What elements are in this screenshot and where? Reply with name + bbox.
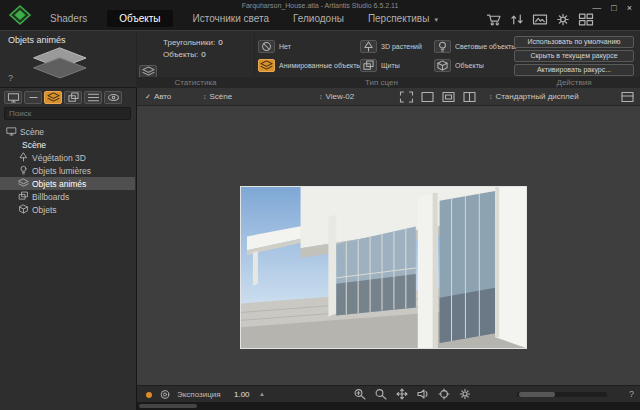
updown-arrow-icon: ↕ — [489, 93, 493, 100]
hide-in-current-view-button[interactable]: Скрыть в текущем ракурсе — [514, 50, 634, 62]
expand-frame-button[interactable] — [399, 91, 414, 103]
cube-icon — [18, 204, 29, 214]
render-preview-image[interactable] — [240, 186, 527, 349]
exposure-value[interactable]: 1.00 — [234, 390, 250, 399]
minimize-button[interactable]: — — [592, 3, 601, 13]
section-label-strip: Статистика Тип сцен Действия — [137, 77, 640, 88]
zoom-in-icon[interactable] — [353, 388, 367, 400]
render-indicator-dot — [146, 392, 152, 398]
use-default-button[interactable]: Использовать по умолчанию — [514, 36, 634, 48]
preview-size-slider[interactable] — [517, 392, 607, 397]
scene-list-panel: Scène Scène Végétation 3D Objets lumière… — [0, 88, 137, 410]
filter-animated-button[interactable] — [44, 91, 62, 104]
filter-collapse-button[interactable] — [24, 91, 42, 104]
main-tab-bar: Shaders Объекты Источники света Гелиодон… — [46, 10, 443, 27]
exposure-stepper[interactable]: ▲ — [259, 391, 265, 397]
frame-button[interactable] — [420, 91, 435, 103]
scene-type-3d-plants[interactable]: 3D растений — [360, 39, 422, 53]
filter-scene-button[interactable] — [4, 91, 22, 104]
inspector-title: Objets animés — [8, 35, 66, 45]
viewport-options-button[interactable] — [620, 91, 635, 103]
exposure-icon[interactable] — [159, 389, 171, 400]
filter-list-button[interactable] — [84, 91, 102, 104]
stat-triangles-label: Треугольники: — [163, 38, 215, 47]
tree-icon — [360, 40, 377, 53]
layout-grid-icon[interactable] — [578, 13, 594, 26]
viewport-toolbar: ✓ Авто ↕ Scène ↕ View-02 — [137, 88, 640, 106]
slider-handle[interactable] — [519, 392, 555, 397]
stat-objects: Объекты:0 — [163, 50, 206, 59]
cart-icon[interactable] — [486, 13, 502, 26]
crosshair-icon[interactable] — [437, 388, 451, 400]
search-input[interactable] — [4, 107, 131, 120]
exposure-label: Экспозиция — [177, 390, 221, 399]
animated-objects-icon — [18, 178, 29, 188]
render-settings-gear-icon[interactable] — [458, 388, 472, 400]
pan-icon[interactable] — [395, 388, 409, 400]
stats-section-label: Статистика — [137, 78, 254, 87]
billboard-icon — [18, 191, 29, 201]
auto-label: Авто — [154, 92, 171, 101]
none-icon — [258, 40, 275, 53]
view-tool-group — [353, 388, 472, 400]
scene-type-none[interactable]: Нет — [258, 39, 291, 53]
tab-perspectives-label: Перспективы — [368, 13, 429, 24]
scene-type-label: Объекты — [455, 62, 484, 69]
animated-objects-icon — [258, 59, 275, 72]
scene-type-billboards[interactable]: Щиты — [360, 58, 400, 72]
tree-item-light-objects[interactable]: Objets lumières — [0, 164, 135, 177]
tree-item-objects[interactable]: Objets — [0, 203, 135, 216]
cube-icon — [434, 59, 451, 72]
tab-perspectives[interactable]: Перспективы▼ — [364, 10, 443, 27]
tree-item-animated-objects[interactable]: Objets animés — [0, 177, 135, 190]
scene-type-label: Нет — [279, 43, 291, 50]
title-bar: Farquharson_House.atla - Artlantis Studi… — [0, 0, 640, 30]
tab-shaders[interactable]: Shaders — [46, 10, 91, 27]
speaker-icon[interactable] — [416, 388, 430, 400]
close-button[interactable]: × — [627, 3, 632, 13]
inspector-help[interactable]: ? — [8, 73, 13, 83]
filter-billboard-button[interactable] — [64, 91, 82, 104]
help-button[interactable]: ? — [629, 389, 634, 399]
tab-objects[interactable]: Объекты — [107, 10, 172, 27]
transfer-arrows-icon[interactable] — [509, 13, 525, 26]
window-controls: — □ × — [592, 3, 632, 13]
scrollbar-thumb[interactable] — [139, 404, 197, 408]
scene-type-objects[interactable]: Объекты — [434, 58, 484, 72]
maximize-button[interactable]: □ — [611, 3, 616, 13]
tree-item-label: Objets animés — [32, 179, 86, 189]
tree-item-scene[interactable]: Scène — [0, 138, 135, 151]
safe-frame-button[interactable] — [441, 91, 456, 103]
tree-item-label: Billboards — [32, 192, 69, 202]
tree-item-scene-root[interactable]: Scène — [0, 125, 135, 138]
media-icon[interactable] — [532, 13, 548, 26]
scene-type-section-label: Тип сцен — [255, 78, 508, 87]
zoom-icon[interactable] — [374, 388, 388, 400]
tab-light-sources[interactable]: Источники света — [189, 10, 274, 27]
tab-heliodons[interactable]: Гелиодоны — [289, 10, 348, 27]
inspector-ribbon: Objets animés ? Треугольники:0 Объекты:0… — [0, 30, 640, 88]
scene-select[interactable]: ↕ Scène — [203, 92, 232, 101]
preview-viewport[interactable] — [137, 106, 640, 385]
horizontal-scrollbar[interactable] — [137, 402, 640, 410]
light-bulb-icon — [434, 40, 451, 53]
activate-view-button[interactable]: Активировать ракурс... — [514, 64, 634, 76]
auto-checkbox[interactable]: ✓ Авто — [145, 92, 171, 101]
view-select[interactable]: ↕ View-02 — [319, 92, 354, 101]
split-view-button[interactable] — [462, 91, 477, 103]
settings-gear-icon[interactable] — [555, 13, 571, 26]
display-mode-value: Стандартный дисплей — [496, 92, 579, 101]
stat-objects-value: 0 — [201, 50, 205, 59]
tree-item-vegetation-3d[interactable]: Végétation 3D — [0, 151, 135, 164]
updown-arrow-icon: ↕ — [319, 93, 323, 100]
scene-type-animated-objects[interactable]: Анимированные объекты — [258, 58, 361, 72]
viewport-bottom-bar: Экспозиция 1.00 ▲ — [137, 385, 640, 402]
tree-item-billboards[interactable]: Billboards — [0, 190, 135, 203]
scene-type-light-objects[interactable]: Световые объекты — [434, 39, 516, 53]
visibility-eye-button[interactable] — [104, 91, 122, 104]
artlantis-window: Farquharson_House.atla - Artlantis Studi… — [0, 0, 640, 410]
dropdown-arrow-icon: ▼ — [433, 17, 439, 23]
window-title: Farquharson_House.atla - Artlantis Studi… — [0, 2, 640, 9]
display-mode-select[interactable]: ↕ Стандартный дисплей — [489, 92, 579, 101]
tree-icon — [18, 152, 29, 162]
